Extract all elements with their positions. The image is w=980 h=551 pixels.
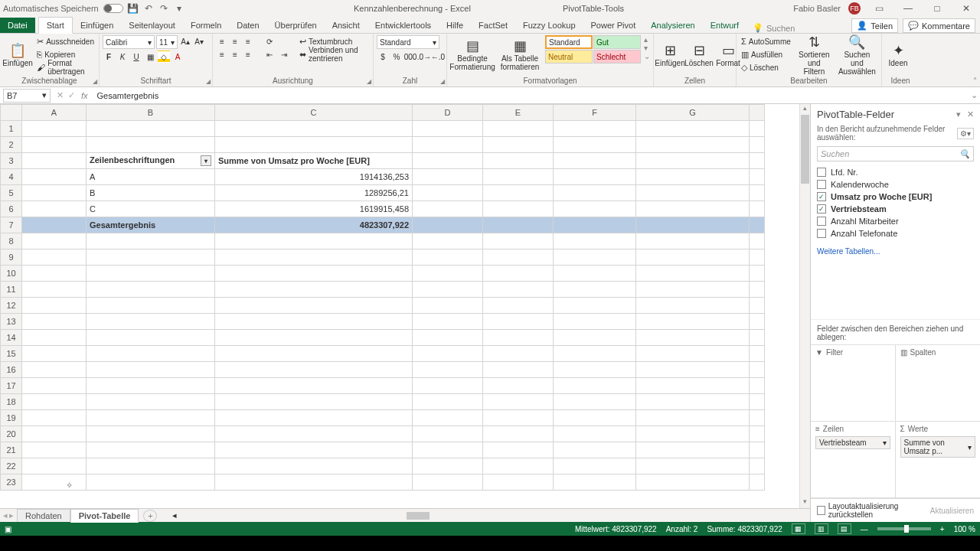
close-pane-icon[interactable]: ✕ [967,109,974,119]
scroll-down-icon[interactable]: ▾ [800,497,810,508]
col-header[interactable]: B [87,105,215,121]
sort-filter-button[interactable]: ⇅Sortieren und Filtern [795,35,833,73]
filter-area[interactable]: ▼Filter [811,345,896,422]
record-macro-icon[interactable]: ▣ [5,525,11,533]
gallery-more-icon[interactable]: ⌄ [644,52,650,60]
gallery-down-icon[interactable]: ▾ [644,44,650,52]
scroll-thumb[interactable] [801,115,809,184]
underline-button[interactable]: U [130,51,142,63]
select-all-corner[interactable] [1,105,22,121]
ideas-button[interactable]: ✦Ideen [885,35,911,73]
row-header[interactable]: 1 [1,121,22,137]
zoom-in-icon[interactable]: + [940,525,945,533]
dialog-launcher-icon[interactable]: ◢ [93,78,97,85]
pivot-row-label[interactable]: B [87,185,215,201]
pivot-value-cell[interactable]: 1914136,253 [215,169,413,185]
name-box[interactable]: B7▾ [3,89,51,103]
col-header[interactable]: C [215,105,413,121]
italic-button[interactable]: K [116,51,129,63]
field-item[interactable]: Anzahl Telefonate [817,227,974,240]
tab-seitenlayout[interactable]: Seitenlayout [121,18,183,33]
dialog-launcher-icon[interactable]: ◢ [206,78,211,85]
align-bottom-icon[interactable]: ≡ [242,35,254,47]
field-item[interactable]: Anzahl Mitarbeiter [817,215,974,227]
values-area[interactable]: ΣWerte Summe von Umsatz p...▾ [896,422,981,498]
redo-icon[interactable]: ↷ [158,3,169,14]
tab-ansicht[interactable]: Ansicht [325,18,368,33]
tab-analysieren[interactable]: Analysieren [643,18,702,33]
minimize-icon[interactable]: — [897,3,919,14]
gallery-up-icon[interactable]: ▴ [644,35,650,44]
tab-einfuegen[interactable]: Einfügen [73,18,121,33]
dialog-launcher-icon[interactable]: ◢ [367,78,371,85]
align-top-icon[interactable]: ≡ [216,35,228,47]
checkbox-icon[interactable]: ✓ [817,204,826,214]
align-center-icon[interactable]: ≡ [229,48,241,60]
tab-hilfe[interactable]: Hilfe [439,18,471,33]
row-header[interactable]: 21 [1,442,22,458]
tab-ueberpruefen[interactable]: Überprüfen [267,18,325,33]
row-header[interactable]: 12 [1,298,22,314]
normal-view-icon[interactable]: ▦ [792,523,805,534]
tab-start[interactable]: Start [38,17,73,34]
style-standard[interactable]: Standard [545,35,593,49]
chevron-down-icon[interactable]: ▾ [968,443,972,452]
row-header[interactable]: 13 [1,314,22,330]
page-layout-view-icon[interactable]: ▥ [815,523,828,534]
tab-formeln[interactable]: Formeln [183,18,229,33]
more-tables-link[interactable]: Weitere Tabellen... [811,244,980,259]
conditional-formatting-button[interactable]: ▤Bedingte Formatierung [450,35,495,73]
clear-button[interactable]: ◇Löschen [740,61,792,73]
autosum-button[interactable]: ΣAutoSumme [740,35,792,47]
collapse-ribbon-icon[interactable]: ˄ [973,77,977,85]
ribbon-options-icon[interactable]: ▭ [868,3,890,14]
row-header[interactable]: 17 [1,378,22,394]
row-header[interactable]: 8 [1,233,22,249]
tab-factset[interactable]: FactSet [471,18,515,33]
chevron-down-icon[interactable]: ▾ [883,439,887,447]
tab-entwurf[interactable]: Entwurf [703,18,746,33]
pivot-row-label[interactable]: A [87,169,215,185]
tab-entwicklertools[interactable]: Entwicklertools [368,18,439,33]
merge-center-button[interactable]: ⬌Verbinden und zentrieren [298,48,370,60]
checkbox-icon[interactable] [817,168,826,177]
fill-color-button[interactable]: ◇ [158,51,170,63]
horizontal-scrollbar[interactable]: ◂ [172,510,810,520]
area-field-item[interactable]: Vertriebsteam▾ [815,436,890,449]
save-icon[interactable]: 💾 [128,3,139,14]
columns-area[interactable]: ▥Spalten [896,345,981,422]
cut-button[interactable]: ✂Ausschneiden [35,35,96,47]
border-button[interactable]: ▦ [144,51,156,63]
pivot-row-header[interactable]: Zeilenbeschriftungen▾ [87,153,215,169]
row-header[interactable]: 23 [1,474,22,491]
col-header[interactable]: G [636,105,750,121]
percent-icon[interactable]: % [390,51,403,63]
field-item[interactable]: ✓Umsatz pro Woche [EUR] [817,191,974,203]
share-button[interactable]: 👤 Teilen [851,18,898,33]
find-select-button[interactable]: 🔍Suchen und Auswählen [836,35,878,73]
col-header[interactable]: A [22,105,87,121]
inc-decimal-icon[interactable]: .0→ [418,51,430,63]
col-header[interactable]: D [413,105,483,121]
checkbox-icon[interactable] [817,506,825,515]
shrink-font-icon[interactable]: A▾ [193,35,205,47]
expand-formula-bar-icon[interactable]: ⌄ [968,90,980,100]
row-header[interactable]: 15 [1,346,22,362]
row-header[interactable]: 10 [1,266,22,282]
zoom-out-icon[interactable]: — [861,525,868,533]
row-header[interactable]: 14 [1,330,22,346]
zoom-level[interactable]: 100 % [954,525,975,533]
sheet-tab[interactable]: Rohdaten [17,509,70,522]
tab-powerpivot[interactable]: Power Pivot [583,18,644,33]
checkbox-icon[interactable] [817,180,826,189]
dialog-launcher-icon[interactable]: ◢ [440,78,445,85]
pivot-value-header[interactable]: Summe von Umsatz pro Woche [EUR] [215,153,413,169]
page-break-view-icon[interactable]: ▤ [838,523,851,534]
row-header[interactable]: 22 [1,458,22,474]
row-header[interactable]: 9 [1,249,22,266]
format-painter-button[interactable]: 🖌Format übertragen [35,61,96,73]
field-item[interactable]: ✓Vertriebsteam [817,203,974,215]
checkbox-icon[interactable]: ✓ [817,192,826,201]
vertical-scrollbar[interactable]: ▴ ▾ [799,104,810,508]
tab-daten[interactable]: Daten [229,18,266,33]
